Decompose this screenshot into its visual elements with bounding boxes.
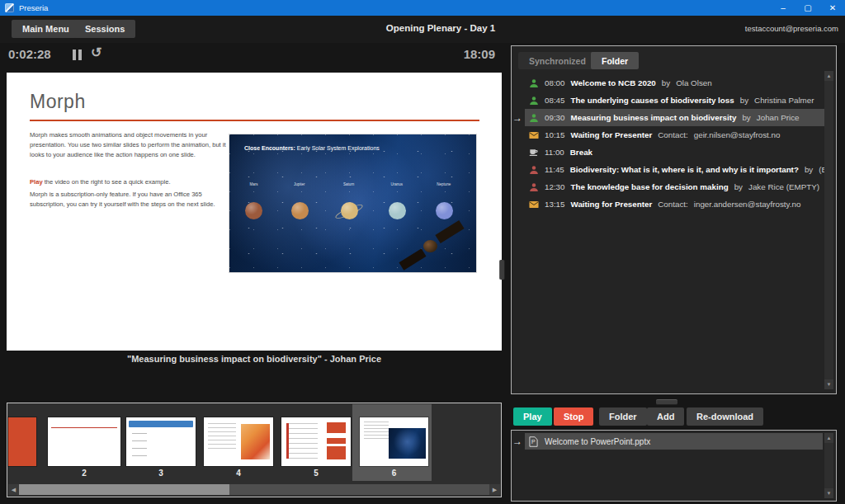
scrollbar-thumb[interactable] xyxy=(19,484,229,495)
email-icon xyxy=(529,200,539,210)
scrollbar-thumb[interactable] xyxy=(824,443,833,488)
schedule-item[interactable]: 10:15Waiting for PresenterContact:geir.n… xyxy=(525,126,824,144)
scroll-down-icon[interactable]: ▼ xyxy=(824,379,833,389)
slide-thumbnail[interactable] xyxy=(126,417,196,466)
item-meta-value: Ola Olsen xyxy=(676,78,712,87)
slide-paragraph: Morph is a subscription-only feature. If… xyxy=(30,190,228,210)
presenter-green-icon xyxy=(529,78,539,88)
item-meta-label: Contact: xyxy=(658,200,688,209)
pause-button[interactable] xyxy=(73,49,83,60)
planet-label: Uranus xyxy=(380,182,413,186)
item-title: Waiting for Presenter xyxy=(571,130,653,139)
break-icon xyxy=(529,148,539,158)
slide-filmstrip: 23456 ◀ ▶ xyxy=(7,403,502,497)
file-list: →PWelcome to PowerPoint.pptx xyxy=(512,433,823,498)
current-item-arrow-icon: → xyxy=(512,112,522,124)
uranus-planet-image xyxy=(389,202,406,219)
scroll-down-icon[interactable]: ▼ xyxy=(824,488,833,498)
clock: 18:09 xyxy=(464,47,495,61)
slide-thumbnail[interactable] xyxy=(48,417,120,466)
presenter-green-icon xyxy=(529,113,539,123)
scroll-up-icon[interactable]: ▲ xyxy=(824,71,833,81)
reset-timer-icon[interactable]: ↺ xyxy=(91,45,101,60)
slide-thumbnail[interactable] xyxy=(8,417,36,466)
files-panel: →PWelcome to PowerPoint.pptx ▲ ▼ xyxy=(511,430,837,502)
slide-title-rule xyxy=(30,120,479,121)
item-title: The underlying causes of biodiversity lo… xyxy=(571,96,734,105)
item-meta-value: Johan Price xyxy=(757,113,800,122)
account-email: testaccount@preseria.com xyxy=(745,24,838,33)
schedule-item[interactable]: 13:15Waiting for PresenterContact:inger.… xyxy=(525,195,824,213)
scroll-up-icon[interactable]: ▲ xyxy=(824,433,833,443)
planet-label: Jupiter xyxy=(283,182,316,186)
video-caption: Close Encounters: Early Solar System Exp… xyxy=(244,145,380,151)
item-title: Break xyxy=(570,148,592,157)
item-time: 11:00 xyxy=(545,148,564,157)
schedule-panel: Synchronized Folder 08:00Welcome to NCB … xyxy=(511,45,837,394)
close-button[interactable]: ✕ xyxy=(820,0,845,16)
stop-button[interactable]: Stop xyxy=(554,407,593,426)
item-time: 09:30 xyxy=(545,113,565,122)
thumbnail-number: 4 xyxy=(204,469,273,478)
item-title: Biodiversity: What is it, where is it, a… xyxy=(570,165,799,174)
schedule-scrollbar[interactable]: ▲ ▼ xyxy=(824,71,833,389)
play-button[interactable]: Play xyxy=(513,407,552,426)
folder-button[interactable]: Folder xyxy=(599,407,647,426)
horizontal-splitter-handle[interactable] xyxy=(656,399,677,405)
elapsed-timer: 0:02:28 xyxy=(8,47,51,61)
scroll-right-icon[interactable]: ▶ xyxy=(489,484,500,495)
minimize-button[interactable]: – xyxy=(771,0,795,16)
scroll-left-icon[interactable]: ◀ xyxy=(8,484,19,495)
item-title: Welcome to NCB 2020 xyxy=(571,78,656,87)
maximize-button[interactable]: ▢ xyxy=(795,0,820,16)
slide-title: Morph xyxy=(30,91,86,113)
item-time: 12:30 xyxy=(545,182,565,191)
slide-thumbnail[interactable] xyxy=(360,417,428,466)
item-time: 08:45 xyxy=(545,96,565,105)
current-file-arrow-icon: → xyxy=(512,436,522,447)
planet-label: Mars xyxy=(237,182,270,186)
item-title: Measuring business impact on biodiversit… xyxy=(571,113,737,122)
item-time: 08:00 xyxy=(545,78,565,87)
item-meta-label: by xyxy=(805,165,813,174)
item-time: 11:45 xyxy=(545,165,564,174)
slide-paragraph: Play the video on the right to see a qui… xyxy=(30,177,228,187)
redownload-button[interactable]: Re-download xyxy=(687,407,763,426)
now-playing-caption: "Measuring business impact on biodiversi… xyxy=(7,354,502,364)
item-title: The knowledge base for decision making xyxy=(571,182,729,191)
slide-paragraph: Morph makes smooth animations and object… xyxy=(30,130,228,159)
thumbnail-number: 3 xyxy=(126,469,196,478)
file-item[interactable]: →PWelcome to PowerPoint.pptx xyxy=(525,433,823,450)
scrollbar-thumb[interactable] xyxy=(824,81,833,379)
item-meta-label: Contact: xyxy=(658,130,688,139)
item-meta-value: Christina Palmer xyxy=(754,96,814,105)
tab-synchronized[interactable]: Synchronized xyxy=(518,52,597,69)
filmstrip-scrollbar[interactable]: ◀ ▶ xyxy=(8,484,500,495)
planet-label: Saturn xyxy=(333,182,366,186)
sessions-button[interactable]: Sessions xyxy=(74,20,135,38)
presenter-green-icon xyxy=(529,96,539,106)
schedule-item[interactable]: →09:30Measuring business impact on biodi… xyxy=(525,109,824,126)
item-meta-value: inger.andersen@stayfrosty.no xyxy=(694,200,801,209)
schedule-item[interactable]: 08:45The underlying causes of biodiversi… xyxy=(525,92,824,109)
app-title: Preseria xyxy=(19,3,48,12)
item-meta-label: by xyxy=(734,182,743,191)
item-title: Waiting for Presenter xyxy=(571,200,653,209)
schedule-item[interactable]: 11:00Break xyxy=(525,144,824,161)
add-button[interactable]: Add xyxy=(647,407,684,426)
email-icon xyxy=(529,130,539,140)
slide-play-word: Play xyxy=(30,178,43,186)
slide-thumbnail[interactable] xyxy=(204,417,273,466)
vertical-splitter-handle[interactable] xyxy=(499,260,505,280)
schedule-item[interactable]: 12:30The knowledge base for decision mak… xyxy=(525,178,824,195)
schedule-item[interactable]: 08:00Welcome to NCB 2020byOla Olsen xyxy=(525,74,824,92)
item-time: 13:15 xyxy=(545,200,565,209)
main-menu-button[interactable]: Main Menu xyxy=(12,20,80,38)
files-scrollbar[interactable]: ▲ ▼ xyxy=(824,433,833,498)
slide-thumbnail[interactable] xyxy=(281,417,351,466)
schedule-item[interactable]: 11:45Biodiversity: What is it, where is … xyxy=(525,161,824,178)
planet-label: Neptune xyxy=(427,182,460,186)
presenter-red-icon xyxy=(529,165,539,175)
tab-folder[interactable]: Folder xyxy=(591,52,639,69)
thumbnail-number: 5 xyxy=(281,469,351,478)
